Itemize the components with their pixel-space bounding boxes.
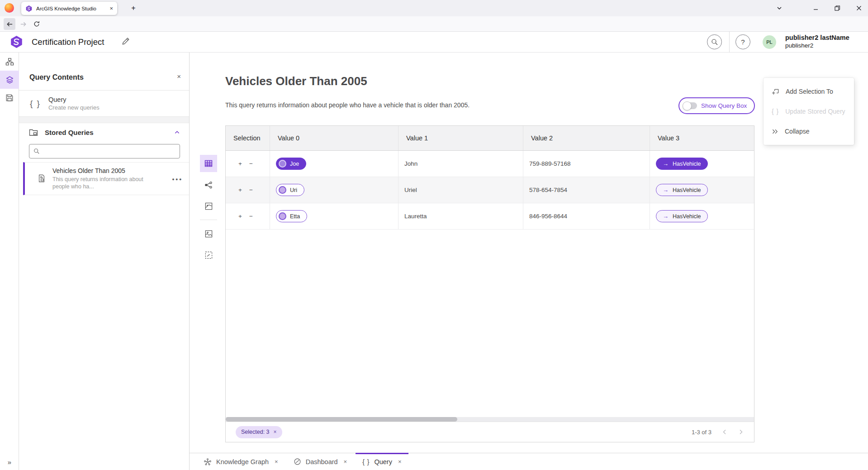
new-tab-button[interactable]: + <box>128 3 139 14</box>
expand-rail-icon[interactable]: » <box>0 456 19 467</box>
link-chart-view-button[interactable] <box>200 176 217 193</box>
stored-item-description: This query returns information about peo… <box>52 176 151 190</box>
back-button[interactable] <box>4 18 15 30</box>
cell-value: 846-956-8644 <box>523 203 650 229</box>
table-view-button[interactable] <box>200 155 217 172</box>
sidebar-item-save[interactable] <box>0 89 19 107</box>
viewrail-divider <box>200 220 217 220</box>
column-header: Selection <box>226 126 270 150</box>
relationship-pill[interactable]: →HasVehicle <box>656 184 708 196</box>
table-row: + − Joe John 759-889-57168 →HasVehicle <box>226 151 754 177</box>
search-icon <box>33 148 40 154</box>
sidebar-item-model[interactable] <box>0 53 19 71</box>
column-header: Value 3 <box>650 126 754 150</box>
stored-queries-header[interactable]: Stored Queries <box>19 123 189 141</box>
remove-from-selection-button[interactable]: − <box>249 213 253 220</box>
tab-close-icon[interactable]: × <box>109 5 113 11</box>
tab-dashboard[interactable]: Dashboard × <box>286 453 355 470</box>
header-divider <box>729 32 730 53</box>
list-tabs-chevron-icon[interactable] <box>772 0 787 16</box>
table-row: + − Etta Lauretta 846-956-8644 →HasVehic… <box>226 203 754 230</box>
relationship-pill[interactable]: →HasVehicle <box>656 158 708 170</box>
menu-item-update-stored-query: { } Update Stored Query <box>764 101 854 121</box>
scrollbar-thumb[interactable] <box>226 417 457 422</box>
page-title: Vehicles Older Than 2005 <box>225 74 367 88</box>
query-create-item[interactable]: { } Query Create new queries <box>19 91 189 117</box>
browser-tab[interactable]: ArcGIS Knowledge Studio × <box>21 2 117 15</box>
avatar[interactable]: PL <box>763 35 776 49</box>
selected-count-label: Selected: 3 <box>241 429 270 435</box>
saved-query-doc-icon <box>38 174 46 195</box>
pagination-range: 1-3 of 3 <box>692 429 711 436</box>
previous-page-button[interactable] <box>721 429 728 435</box>
show-query-box-label: Show Query Box <box>701 102 747 109</box>
show-query-box-toggle[interactable]: Show Query Box <box>678 97 755 114</box>
dashboard-gauge-icon <box>294 458 301 465</box>
stored-queries-search[interactable] <box>29 144 180 158</box>
entity-pill[interactable]: Etta <box>276 210 307 222</box>
menu-item-collapse[interactable]: Collapse <box>764 121 854 141</box>
entity-dot-icon <box>279 186 286 194</box>
stored-item-title: Vehicles Older Than 2005 <box>52 167 151 174</box>
restore-window-button[interactable] <box>830 0 845 16</box>
browser-tab-title: ArcGIS Knowledge Studio <box>36 6 106 11</box>
tab-close-icon[interactable]: × <box>344 458 347 465</box>
left-icon-rail: » <box>0 53 19 470</box>
chevron-up-icon[interactable] <box>174 129 180 135</box>
project-title: Certification Project <box>32 37 104 47</box>
table-footer: Selected: 3 × 1-3 of 3 <box>226 422 754 442</box>
stored-query-item[interactable]: Vehicles Older Than 2005 This query retu… <box>23 162 189 195</box>
panel-close-icon[interactable]: × <box>177 72 181 80</box>
query-item-subtitle: Create new queries <box>48 104 100 111</box>
item-options-ellipsis-icon[interactable]: ●●● <box>172 177 183 182</box>
tab-close-icon[interactable]: × <box>398 458 402 465</box>
map-view-button[interactable] <box>200 197 217 215</box>
cell-value: John <box>398 151 523 177</box>
remove-from-selection-button[interactable]: − <box>249 160 253 167</box>
help-button[interactable]: ? <box>735 34 750 49</box>
user-display-name: publisher2 lastName <box>785 34 849 42</box>
edit-title-pencil-icon[interactable] <box>121 37 131 47</box>
remove-from-selection-button[interactable]: − <box>249 187 253 193</box>
user-name-block[interactable]: publisher2 lastName publisher2 <box>785 34 849 49</box>
app-logo-icon <box>9 35 24 49</box>
knowledge-graph-icon <box>204 458 212 466</box>
clear-selection-icon[interactable]: × <box>274 429 277 435</box>
cell-value: Lauretta <box>398 203 523 229</box>
relationship-pill[interactable]: →HasVehicle <box>656 210 708 222</box>
arcgis-favicon-icon <box>25 5 33 12</box>
reload-button[interactable] <box>31 18 43 30</box>
search-button[interactable] <box>707 34 722 49</box>
selected-count-chip[interactable]: Selected: 3 × <box>236 426 282 438</box>
entity-pill[interactable]: Uri <box>276 184 304 196</box>
image-view-button[interactable] <box>200 225 217 242</box>
horizontal-scrollbar[interactable] <box>226 417 754 422</box>
sidebar-item-contents[interactable] <box>0 71 19 89</box>
next-page-button[interactable] <box>738 429 744 435</box>
column-header: Value 1 <box>398 126 523 150</box>
add-to-selection-button[interactable]: + <box>238 160 242 167</box>
toggle-switch[interactable] <box>683 102 697 109</box>
close-window-button[interactable] <box>851 0 867 16</box>
braces-icon: { } <box>30 99 41 109</box>
firefox-logo-icon[interactable] <box>5 3 14 13</box>
tab-query[interactable]: { } Query × <box>355 453 409 470</box>
search-input[interactable] <box>43 148 175 155</box>
browser-tab-bar: ArcGIS Knowledge Studio × + <box>0 0 868 16</box>
minimize-button[interactable] <box>808 0 823 16</box>
entity-dot-icon <box>279 160 286 168</box>
query-item-title: Query <box>48 96 100 103</box>
tab-knowledge-graph[interactable]: Knowledge Graph × <box>196 453 286 470</box>
browser-toolbar: https://dev0028833.esri.com/portal/apps/… <box>0 16 868 32</box>
page-description: This query returns information about peo… <box>225 101 470 109</box>
braces-icon: { } <box>362 458 370 465</box>
add-to-selection-button[interactable]: + <box>238 213 242 220</box>
entity-pill[interactable]: Joe <box>276 158 306 170</box>
menu-item-add-selection-to[interactable]: Add Selection To <box>764 82 854 101</box>
forward-button[interactable] <box>17 18 29 30</box>
selection-view-button[interactable] <box>200 246 217 264</box>
tab-close-icon[interactable]: × <box>275 458 278 465</box>
braces-icon: { } <box>772 108 779 115</box>
arrow-right-icon: → <box>663 161 669 167</box>
add-to-selection-button[interactable]: + <box>238 187 242 193</box>
